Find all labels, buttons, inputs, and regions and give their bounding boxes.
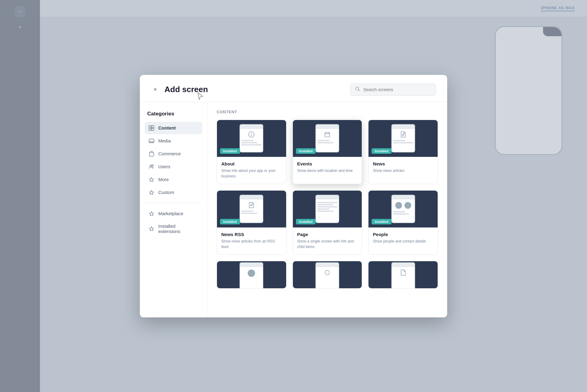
users-icon — [148, 164, 155, 170]
card-news-info: News Show news articles — [368, 157, 438, 178]
card-events-name: Events — [297, 161, 358, 166]
card-events-info: Events Show items with location and time — [293, 157, 362, 178]
card-page-preview: Installed — [293, 191, 362, 227]
card-news-name: News — [373, 161, 433, 166]
mini-line — [241, 140, 254, 141]
mini-line — [317, 208, 329, 210]
modal-header-left: × Add screen — [151, 85, 208, 94]
card-news[interactable]: Installed News Show news articles — [368, 120, 438, 184]
mini-phone-header — [240, 195, 263, 199]
sidebar-item-marketplace[interactable]: Marketplace — [145, 208, 202, 220]
nav-custom-label: Custom — [158, 190, 174, 195]
svg-point-12 — [152, 165, 154, 166]
card-partial-2-preview — [293, 261, 362, 289]
installed-icon — [148, 226, 155, 232]
mini-line — [241, 213, 258, 214]
mini-phone-header — [316, 262, 339, 267]
search-box[interactable] — [350, 83, 436, 96]
mini-line — [317, 140, 329, 141]
mini-phone-header — [392, 262, 415, 267]
mini-line — [393, 142, 413, 143]
mini-doc3-icon — [393, 268, 413, 277]
search-icon — [355, 87, 360, 93]
card-people-name: People — [373, 232, 433, 237]
card-people-preview: Installed — [368, 191, 438, 227]
people-mini-phone — [391, 194, 416, 223]
card-news-rss-name: News RSS — [221, 232, 282, 237]
mini-line — [393, 140, 405, 141]
mini-line — [241, 142, 258, 143]
more-icon — [148, 177, 155, 183]
card-about[interactable]: Installed About Show info about your app… — [217, 120, 286, 184]
mini-phone-content — [240, 267, 263, 278]
card-page-desc: Show a single screen with info and child… — [297, 239, 358, 250]
mini-phone-content — [316, 267, 339, 278]
svg-point-25 — [325, 270, 329, 275]
nav-more-label: More — [158, 177, 169, 182]
mini-line — [317, 142, 333, 143]
card-page-name: Page — [297, 232, 358, 237]
add-screen-modal: × Add screen Categories — [140, 75, 447, 317]
card-partial-3[interactable] — [368, 261, 438, 289]
card-news-rss[interactable]: Installed News RSS Show news articles fr… — [217, 190, 286, 255]
about-mini-phone — [239, 124, 264, 153]
card-page[interactable]: Installed Page Show a single screen with… — [293, 190, 362, 255]
sidebar-item-media[interactable]: Media — [145, 135, 202, 147]
close-button[interactable]: × — [151, 85, 160, 94]
sidebar-item-content[interactable]: Content — [145, 122, 202, 134]
svg-line-1 — [359, 90, 360, 91]
card-people-info: People Show people and contact details — [368, 227, 438, 249]
svg-point-11 — [150, 165, 152, 167]
mini-info-icon — [241, 130, 262, 139]
cards-grid: Installed About Show info about your app… — [217, 120, 438, 289]
news-rss-mini-phone — [239, 194, 264, 223]
nav-commerce-label: Commerce — [158, 151, 181, 156]
nav-divider — [145, 203, 202, 203]
mini-circles — [241, 268, 262, 277]
mini-circle-icon — [317, 268, 337, 277]
installed-badge: Installed — [220, 219, 240, 224]
svg-rect-3 — [152, 126, 154, 128]
mini-phone-header — [392, 195, 415, 199]
media-icon — [148, 138, 155, 144]
sidebar-item-more[interactable]: More — [145, 173, 202, 186]
page-mini-phone — [315, 194, 340, 223]
mini-line — [241, 144, 262, 146]
svg-rect-4 — [149, 128, 151, 130]
svg-rect-16 — [325, 133, 330, 137]
card-about-info: About Show info about your app or your b… — [217, 157, 286, 184]
card-news-rss-preview: Installed — [217, 191, 286, 227]
sidebar-item-installed[interactable]: Installed extensions — [145, 220, 202, 237]
nav-media-label: Media — [158, 138, 171, 143]
card-partial-3-preview — [368, 261, 438, 289]
mini-circle — [404, 202, 411, 209]
modal-body: Categories Content — [140, 102, 447, 317]
card-news-rss-desc: Show news articles from an RSS feed — [221, 239, 282, 250]
mini-phone-content — [392, 267, 415, 278]
sidebar-item-custom[interactable]: Custom — [145, 186, 202, 199]
mini-circle — [395, 202, 402, 209]
svg-rect-2 — [149, 126, 151, 128]
card-events[interactable]: Installed Events Show items with locatio… — [293, 120, 362, 184]
mini-circles — [393, 200, 413, 209]
card-partial-1[interactable] — [217, 261, 286, 289]
partial-2-mini-phone — [315, 262, 340, 289]
card-news-rss-info: News RSS Show news articles from an RSS … — [217, 227, 286, 254]
installed-badge: Installed — [296, 219, 316, 224]
card-people[interactable]: Installed People Show people and contact… — [368, 190, 438, 255]
mini-phone-content — [392, 199, 415, 216]
mini-line — [317, 211, 333, 212]
mini-phone-header — [240, 262, 263, 267]
card-news-preview: Installed — [368, 120, 438, 157]
card-page-info: Page Show a single screen with info and … — [293, 227, 362, 254]
mini-phone-content — [240, 129, 263, 147]
section-title: Content — [217, 110, 438, 114]
search-input[interactable] — [363, 87, 431, 92]
mini-doc2-icon — [241, 200, 262, 210]
sidebar-item-users[interactable]: Users — [145, 161, 202, 173]
card-about-desc: Show info about your app or your busines… — [221, 168, 282, 179]
mini-doc-icon — [393, 130, 413, 139]
card-partial-2[interactable] — [293, 261, 362, 289]
sidebar-item-commerce[interactable]: Commerce — [145, 148, 202, 160]
mini-line — [393, 211, 405, 212]
